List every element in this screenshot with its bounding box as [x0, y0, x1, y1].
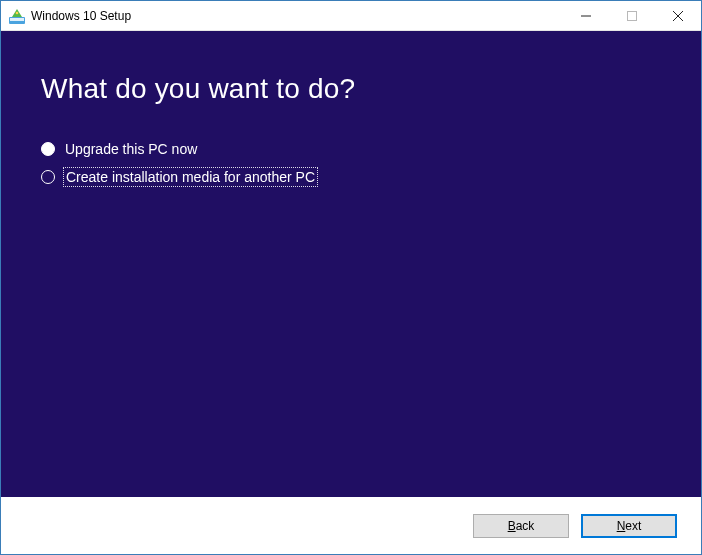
- radio-label: Create installation media for another PC: [65, 169, 316, 185]
- titlebar: Windows 10 Setup: [1, 1, 701, 31]
- svg-point-2: [16, 11, 19, 14]
- content-area: What do you want to do? Upgrade this PC …: [1, 31, 701, 496]
- close-button[interactable]: [655, 1, 701, 30]
- svg-rect-4: [628, 11, 637, 20]
- app-icon: [9, 8, 25, 24]
- minimize-button[interactable]: [563, 1, 609, 30]
- maximize-button: [609, 1, 655, 30]
- radio-label: Upgrade this PC now: [65, 141, 197, 157]
- radio-create-media[interactable]: Create installation media for another PC: [41, 169, 661, 185]
- radio-icon: [41, 170, 55, 184]
- footer: Back Next: [1, 496, 701, 554]
- window-controls: [563, 1, 701, 30]
- page-heading: What do you want to do?: [41, 73, 661, 105]
- radio-icon: [41, 142, 55, 156]
- setup-window: Windows 10 Setup What do you want to do?…: [0, 0, 702, 555]
- back-button[interactable]: Back: [473, 514, 569, 538]
- radio-upgrade-now[interactable]: Upgrade this PC now: [41, 141, 661, 157]
- next-button[interactable]: Next: [581, 514, 677, 538]
- options-group: Upgrade this PC now Create installation …: [41, 141, 661, 185]
- svg-rect-1: [10, 18, 24, 21]
- window-title: Windows 10 Setup: [31, 9, 563, 23]
